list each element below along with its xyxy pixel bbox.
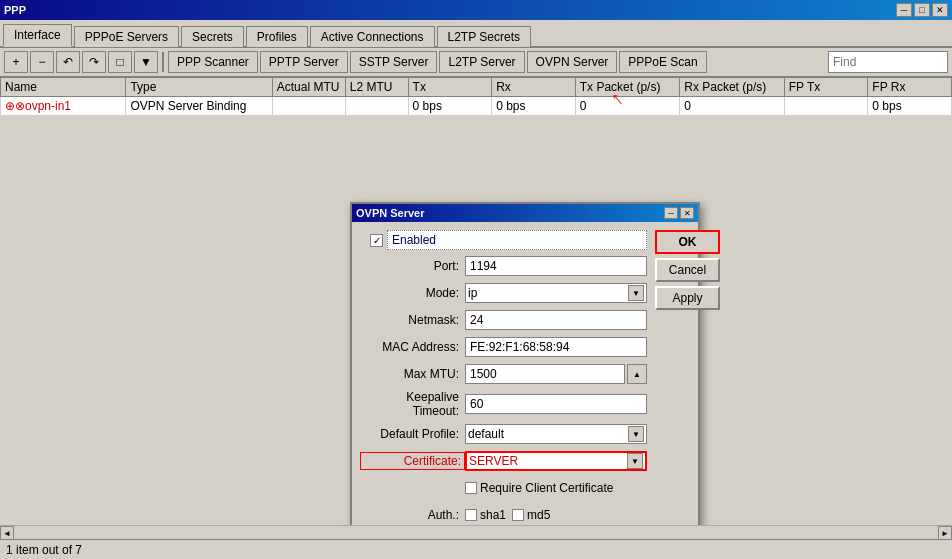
mac-address-row: MAC Address: [360, 336, 647, 358]
maximize-button[interactable]: □ [914, 3, 930, 17]
dialog-minimize-button[interactable]: ─ [664, 207, 678, 219]
pptp-server-button[interactable]: PPTP Server [260, 51, 348, 73]
ovpn-server-button[interactable]: OVPN Server [527, 51, 618, 73]
col-fp-tx[interactable]: FP Tx [784, 78, 868, 97]
enabled-checkbox[interactable]: ✓ [370, 234, 383, 247]
minimize-button[interactable]: ─ [896, 3, 912, 17]
certificate-dropdown[interactable]: SERVER ▼ [465, 451, 647, 471]
enabled-row: ✓ [360, 230, 647, 250]
enabled-input[interactable] [387, 230, 647, 250]
auth-section: sha1 md5 [465, 508, 550, 522]
col-l2-mtu[interactable]: L2 MTU [345, 78, 408, 97]
l2tp-server-button[interactable]: L2TP Server [439, 51, 524, 73]
port-input[interactable] [465, 256, 647, 276]
col-name[interactable]: Name [1, 78, 126, 97]
col-rx-pkt[interactable]: Rx Packet (p/s) [680, 78, 785, 97]
default-profile-dropdown-arrow: ▼ [628, 426, 644, 442]
max-mtu-input[interactable] [465, 364, 625, 384]
separator-1 [162, 52, 164, 72]
filter-button[interactable]: ▼ [134, 51, 158, 73]
max-mtu-label: Max MTU: [360, 367, 465, 381]
tab-active-connections[interactable]: Active Connections [310, 26, 435, 47]
auth-md5-label: md5 [527, 508, 550, 522]
find-input[interactable] [828, 51, 948, 73]
scroll-right-button[interactable]: ► [938, 526, 952, 540]
port-row: Port: [360, 255, 647, 277]
default-profile-row: Default Profile: default ▼ [360, 423, 647, 445]
require-cert-label: Require Client Certificate [480, 481, 613, 495]
max-mtu-up-arrow[interactable]: ▲ [627, 364, 647, 384]
require-cert-checkbox[interactable] [465, 482, 477, 494]
add-button[interactable]: + [4, 51, 28, 73]
auth-md5-checkbox[interactable] [512, 509, 524, 521]
tab-interface[interactable]: Interface [3, 24, 72, 47]
title-bar: PPP ─ □ ✕ [0, 0, 952, 20]
cell-fp-rx: 0 bps [868, 97, 952, 116]
status-text: 1 item out of 7 [6, 543, 82, 557]
tab-profiles[interactable]: Profiles [246, 26, 308, 47]
require-cert-row: Require Client Certificate [360, 477, 647, 499]
cell-rx-pkt: 0 [680, 97, 785, 116]
close-button[interactable]: ✕ [932, 3, 948, 17]
dialog-body: ✓ Port: Mode: ip ▼ [352, 222, 698, 559]
remove-button[interactable]: − [30, 51, 54, 73]
ppp-scanner-button[interactable]: PPP Scanner [168, 51, 258, 73]
pppoe-scan-button[interactable]: PPPoE Scan [619, 51, 706, 73]
col-rx[interactable]: Rx [492, 78, 576, 97]
auth-label: Auth.: [360, 508, 465, 522]
certificate-label: Certificate: [360, 452, 465, 470]
tab-secrets[interactable]: Secrets [181, 26, 244, 47]
tab-pppoe-servers[interactable]: PPPoE Servers [74, 26, 179, 47]
tab-l2tp-secrets[interactable]: L2TP Secrets [437, 26, 531, 47]
table-row[interactable]: ⊕⊗ovpn-in1 OVPN Server Binding 0 bps 0 b… [1, 97, 952, 116]
sstp-server-button[interactable]: SSTP Server [350, 51, 438, 73]
port-label: Port: [360, 259, 465, 273]
mac-address-input[interactable] [465, 337, 647, 357]
cell-tx: 0 bps [408, 97, 492, 116]
cell-rx: 0 bps [492, 97, 576, 116]
col-fp-rx[interactable]: FP Rx [868, 78, 952, 97]
col-actual-mtu[interactable]: Actual MTU [272, 78, 345, 97]
copy-button[interactable]: □ [108, 51, 132, 73]
scroll-left-button[interactable]: ◄ [0, 526, 14, 540]
default-profile-dropdown[interactable]: default ▼ [465, 424, 647, 444]
auth-sha1-label: sha1 [480, 508, 506, 522]
mode-label: Mode: [360, 286, 465, 300]
apply-button[interactable]: Apply [655, 286, 720, 310]
netmask-row: Netmask: [360, 309, 647, 331]
cell-tx-pkt: 0 [575, 97, 680, 116]
mode-dropdown-arrow: ▼ [628, 285, 644, 301]
interface-table: Name Type Actual MTU L2 MTU Tx Rx Tx Pac… [0, 77, 952, 116]
cell-actual-mtu [272, 97, 345, 116]
auth-row: Auth.: sha1 md5 [360, 504, 647, 526]
col-type[interactable]: Type [126, 78, 272, 97]
col-tx[interactable]: Tx [408, 78, 492, 97]
keepalive-label: Keepalive Timeout: [360, 390, 465, 418]
keepalive-input[interactable] [465, 394, 647, 414]
redo-button[interactable]: ↷ [82, 51, 106, 73]
cancel-button[interactable]: Cancel [655, 258, 720, 282]
main-content: Name Type Actual MTU L2 MTU Tx Rx Tx Pac… [0, 77, 952, 116]
status-bar: 1 item out of 7 [0, 539, 952, 559]
certificate-row: Certificate: SERVER ▼ [360, 450, 647, 472]
dialog-actions: OK Cancel Apply [655, 230, 720, 559]
mode-dropdown[interactable]: ip ▼ [465, 283, 647, 303]
dialog-title-bar: OVPN Server ─ ✕ [352, 204, 698, 222]
max-mtu-row: Max MTU: ▲ [360, 363, 647, 385]
default-profile-label: Default Profile: [360, 427, 465, 441]
cell-l2-mtu [345, 97, 408, 116]
dialog-close-button[interactable]: ✕ [680, 207, 694, 219]
col-tx-pkt[interactable]: Tx Packet (p/s) [575, 78, 680, 97]
app-title: PPP [4, 4, 26, 16]
dialog-form: ✓ Port: Mode: ip ▼ [360, 230, 647, 559]
netmask-label: Netmask: [360, 313, 465, 327]
auth-sha1-item: sha1 [465, 508, 506, 522]
undo-button[interactable]: ↶ [56, 51, 80, 73]
window-controls: ─ □ ✕ [896, 3, 948, 17]
netmask-input[interactable] [465, 310, 647, 330]
dialog-title: OVPN Server [356, 207, 424, 219]
ok-button[interactable]: OK [655, 230, 720, 254]
dialog-title-controls: ─ ✕ [664, 207, 694, 219]
certificate-dropdown-arrow: ▼ [627, 453, 643, 469]
auth-sha1-checkbox[interactable] [465, 509, 477, 521]
